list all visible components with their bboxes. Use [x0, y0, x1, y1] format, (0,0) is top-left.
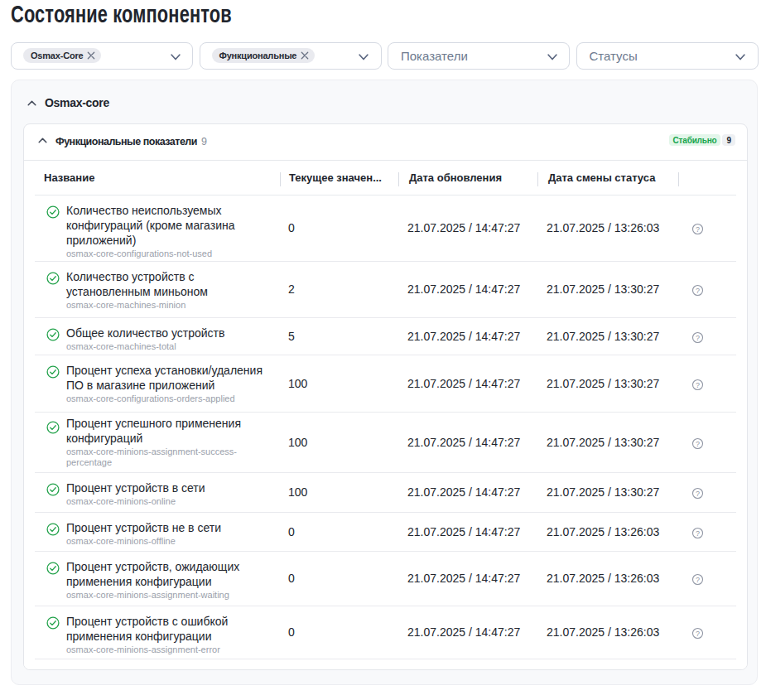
svg-text:?: ?: [696, 576, 700, 584]
svg-text:?: ?: [696, 439, 700, 447]
svg-text:?: ?: [696, 333, 700, 341]
svg-text:?: ?: [696, 287, 700, 295]
svg-text:?: ?: [696, 529, 700, 537]
svg-text:?: ?: [696, 225, 700, 234]
svg-text:?: ?: [696, 380, 700, 389]
svg-text:?: ?: [696, 630, 700, 638]
svg-text:?: ?: [696, 490, 700, 498]
